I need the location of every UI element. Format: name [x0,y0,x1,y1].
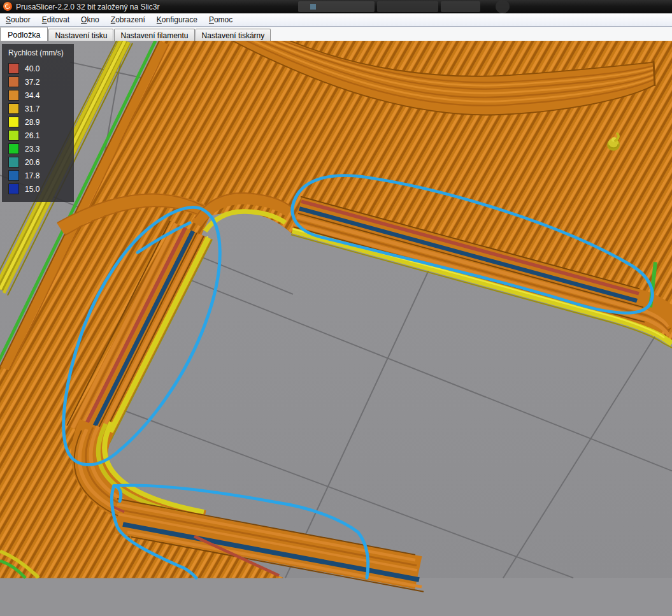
menubar: SouborEditovatOknoZobrazeníKonfiguracePo… [0,13,672,27]
legend-row: 34.4 [8,89,74,102]
tab-nastavení-tiskárny[interactable]: Nastavení tiskárny [196,29,271,41]
legend-swatch [8,143,19,154]
legend-rows: 40.037.234.431.728.926.123.320.617.815.0 [8,62,74,196]
legend-swatch [8,157,19,168]
legend-swatch [8,170,19,181]
menu-item-konfigurace[interactable]: Konfigurace [151,13,203,26]
legend-swatch [8,76,19,87]
window-titlebar[interactable]: PrusaSlicer-2.2.0 32 bit založený na Sli… [0,0,672,13]
legend-value: 40.0 [25,64,39,73]
background-window-artifact [298,1,375,12]
speed-legend: Rychlost (mm/s) 40.037.234.431.728.926.1… [2,44,74,202]
legend-row: 28.9 [8,115,74,129]
legend-value: 15.0 [25,185,39,194]
app-icon[interactable] [3,2,12,11]
background-window-artifact [310,4,316,10]
legend-swatch [8,63,19,74]
tab-nastavení-filamentu[interactable]: Nastavení filamentu [114,29,194,41]
menu-item-okno[interactable]: Okno [75,13,105,26]
legend-value: 17.8 [25,171,39,180]
legend-swatch [8,90,19,101]
tabbar: PodložkaNastavení tiskuNastavení filamen… [0,27,672,41]
legend-value: 26.1 [25,131,39,140]
legend-row: 37.2 [8,75,74,89]
legend-value: 28.9 [25,118,39,127]
preview-canvas[interactable] [0,41,672,616]
tab-nastavení-tisku[interactable]: Nastavení tisku [48,29,113,41]
legend-title: Rychlost (mm/s) [8,48,74,57]
menu-item-soubor[interactable]: Soubor [0,13,36,26]
window-title: PrusaSlicer-2.2.0 32 bit založený na Sli… [16,3,159,11]
legend-row: 31.7 [8,102,74,115]
legend-swatch [8,117,19,127]
viewport-3d: Rychlost (mm/s) 40.037.234.431.728.926.1… [0,41,672,616]
legend-swatch [8,183,19,194]
menu-item-zobrazení[interactable]: Zobrazení [105,13,151,26]
legend-value: 23.3 [25,145,39,154]
legend-row: 40.0 [8,62,74,75]
legend-swatch [8,103,19,114]
legend-value: 20.6 [25,158,39,167]
background-window-artifact [441,1,480,12]
legend-value: 37.2 [25,78,39,87]
tab-podložka[interactable]: Podložka [0,27,48,41]
legend-swatch [8,130,19,141]
legend-row: 17.8 [8,169,74,182]
legend-value: 31.7 [25,104,39,113]
legend-value: 34.4 [25,91,39,100]
legend-row: 20.6 [8,155,74,169]
menu-item-pomoc[interactable]: Pomoc [203,13,238,26]
legend-row: 15.0 [8,182,74,196]
background-window-artifact [377,1,438,12]
legend-row: 26.1 [8,129,74,142]
legend-row: 23.3 [8,142,74,155]
menu-item-editovat[interactable]: Editovat [36,13,75,26]
background-window-artifact [496,0,510,13]
